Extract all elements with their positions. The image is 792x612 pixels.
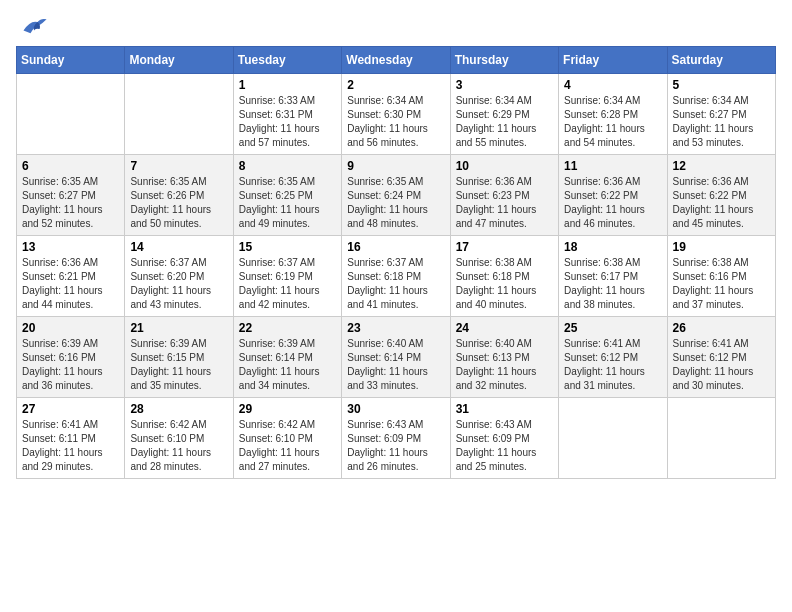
day-number: 13 bbox=[22, 240, 119, 254]
calendar-cell: 17Sunrise: 6:38 AMSunset: 6:18 PMDayligh… bbox=[450, 236, 558, 317]
day-number: 21 bbox=[130, 321, 227, 335]
calendar-cell: 19Sunrise: 6:38 AMSunset: 6:16 PMDayligh… bbox=[667, 236, 775, 317]
calendar-cell bbox=[125, 74, 233, 155]
day-number: 9 bbox=[347, 159, 444, 173]
calendar-cell: 24Sunrise: 6:40 AMSunset: 6:13 PMDayligh… bbox=[450, 317, 558, 398]
calendar-cell: 4Sunrise: 6:34 AMSunset: 6:28 PMDaylight… bbox=[559, 74, 667, 155]
day-info: Sunrise: 6:34 AMSunset: 6:28 PMDaylight:… bbox=[564, 94, 661, 150]
calendar-cell: 18Sunrise: 6:38 AMSunset: 6:17 PMDayligh… bbox=[559, 236, 667, 317]
calendar-cell bbox=[17, 74, 125, 155]
day-info: Sunrise: 6:34 AMSunset: 6:30 PMDaylight:… bbox=[347, 94, 444, 150]
calendar-cell: 1Sunrise: 6:33 AMSunset: 6:31 PMDaylight… bbox=[233, 74, 341, 155]
day-info: Sunrise: 6:40 AMSunset: 6:13 PMDaylight:… bbox=[456, 337, 553, 393]
calendar-cell: 5Sunrise: 6:34 AMSunset: 6:27 PMDaylight… bbox=[667, 74, 775, 155]
day-info: Sunrise: 6:41 AMSunset: 6:12 PMDaylight:… bbox=[564, 337, 661, 393]
day-number: 12 bbox=[673, 159, 770, 173]
day-info: Sunrise: 6:36 AMSunset: 6:23 PMDaylight:… bbox=[456, 175, 553, 231]
calendar-cell bbox=[667, 398, 775, 479]
day-number: 19 bbox=[673, 240, 770, 254]
day-number: 10 bbox=[456, 159, 553, 173]
day-info: Sunrise: 6:36 AMSunset: 6:21 PMDaylight:… bbox=[22, 256, 119, 312]
weekday-row: SundayMondayTuesdayWednesdayThursdayFrid… bbox=[17, 47, 776, 74]
calendar-cell: 29Sunrise: 6:42 AMSunset: 6:10 PMDayligh… bbox=[233, 398, 341, 479]
day-number: 5 bbox=[673, 78, 770, 92]
calendar-cell: 28Sunrise: 6:42 AMSunset: 6:10 PMDayligh… bbox=[125, 398, 233, 479]
page-header bbox=[16, 16, 776, 38]
day-info: Sunrise: 6:41 AMSunset: 6:12 PMDaylight:… bbox=[673, 337, 770, 393]
day-number: 31 bbox=[456, 402, 553, 416]
logo bbox=[16, 16, 48, 38]
weekday-header-sunday: Sunday bbox=[17, 47, 125, 74]
day-info: Sunrise: 6:37 AMSunset: 6:20 PMDaylight:… bbox=[130, 256, 227, 312]
day-info: Sunrise: 6:36 AMSunset: 6:22 PMDaylight:… bbox=[673, 175, 770, 231]
day-number: 29 bbox=[239, 402, 336, 416]
calendar-cell: 8Sunrise: 6:35 AMSunset: 6:25 PMDaylight… bbox=[233, 155, 341, 236]
weekday-header-tuesday: Tuesday bbox=[233, 47, 341, 74]
calendar-cell: 2Sunrise: 6:34 AMSunset: 6:30 PMDaylight… bbox=[342, 74, 450, 155]
day-info: Sunrise: 6:35 AMSunset: 6:25 PMDaylight:… bbox=[239, 175, 336, 231]
day-number: 30 bbox=[347, 402, 444, 416]
day-info: Sunrise: 6:39 AMSunset: 6:16 PMDaylight:… bbox=[22, 337, 119, 393]
calendar-cell: 13Sunrise: 6:36 AMSunset: 6:21 PMDayligh… bbox=[17, 236, 125, 317]
calendar-cell: 16Sunrise: 6:37 AMSunset: 6:18 PMDayligh… bbox=[342, 236, 450, 317]
day-number: 3 bbox=[456, 78, 553, 92]
day-number: 16 bbox=[347, 240, 444, 254]
calendar-cell: 12Sunrise: 6:36 AMSunset: 6:22 PMDayligh… bbox=[667, 155, 775, 236]
calendar-cell: 21Sunrise: 6:39 AMSunset: 6:15 PMDayligh… bbox=[125, 317, 233, 398]
day-info: Sunrise: 6:39 AMSunset: 6:15 PMDaylight:… bbox=[130, 337, 227, 393]
calendar-cell: 14Sunrise: 6:37 AMSunset: 6:20 PMDayligh… bbox=[125, 236, 233, 317]
day-number: 20 bbox=[22, 321, 119, 335]
weekday-header-monday: Monday bbox=[125, 47, 233, 74]
day-number: 22 bbox=[239, 321, 336, 335]
calendar-week-2: 6Sunrise: 6:35 AMSunset: 6:27 PMDaylight… bbox=[17, 155, 776, 236]
day-number: 11 bbox=[564, 159, 661, 173]
day-info: Sunrise: 6:34 AMSunset: 6:29 PMDaylight:… bbox=[456, 94, 553, 150]
calendar-body: 1Sunrise: 6:33 AMSunset: 6:31 PMDaylight… bbox=[17, 74, 776, 479]
calendar-cell: 30Sunrise: 6:43 AMSunset: 6:09 PMDayligh… bbox=[342, 398, 450, 479]
calendar-table: SundayMondayTuesdayWednesdayThursdayFrid… bbox=[16, 46, 776, 479]
day-info: Sunrise: 6:35 AMSunset: 6:24 PMDaylight:… bbox=[347, 175, 444, 231]
day-info: Sunrise: 6:41 AMSunset: 6:11 PMDaylight:… bbox=[22, 418, 119, 474]
day-number: 1 bbox=[239, 78, 336, 92]
calendar-week-5: 27Sunrise: 6:41 AMSunset: 6:11 PMDayligh… bbox=[17, 398, 776, 479]
weekday-header-friday: Friday bbox=[559, 47, 667, 74]
day-info: Sunrise: 6:43 AMSunset: 6:09 PMDaylight:… bbox=[456, 418, 553, 474]
day-info: Sunrise: 6:38 AMSunset: 6:16 PMDaylight:… bbox=[673, 256, 770, 312]
day-info: Sunrise: 6:37 AMSunset: 6:18 PMDaylight:… bbox=[347, 256, 444, 312]
day-info: Sunrise: 6:33 AMSunset: 6:31 PMDaylight:… bbox=[239, 94, 336, 150]
calendar-cell: 9Sunrise: 6:35 AMSunset: 6:24 PMDaylight… bbox=[342, 155, 450, 236]
weekday-header-saturday: Saturday bbox=[667, 47, 775, 74]
day-number: 28 bbox=[130, 402, 227, 416]
day-info: Sunrise: 6:38 AMSunset: 6:18 PMDaylight:… bbox=[456, 256, 553, 312]
day-info: Sunrise: 6:35 AMSunset: 6:27 PMDaylight:… bbox=[22, 175, 119, 231]
day-number: 17 bbox=[456, 240, 553, 254]
calendar-week-4: 20Sunrise: 6:39 AMSunset: 6:16 PMDayligh… bbox=[17, 317, 776, 398]
day-number: 8 bbox=[239, 159, 336, 173]
day-info: Sunrise: 6:42 AMSunset: 6:10 PMDaylight:… bbox=[130, 418, 227, 474]
weekday-header-wednesday: Wednesday bbox=[342, 47, 450, 74]
calendar-cell: 27Sunrise: 6:41 AMSunset: 6:11 PMDayligh… bbox=[17, 398, 125, 479]
weekday-header-thursday: Thursday bbox=[450, 47, 558, 74]
day-number: 27 bbox=[22, 402, 119, 416]
calendar-cell bbox=[559, 398, 667, 479]
calendar-header: SundayMondayTuesdayWednesdayThursdayFrid… bbox=[17, 47, 776, 74]
logo-bird-icon bbox=[20, 16, 48, 38]
calendar-cell: 7Sunrise: 6:35 AMSunset: 6:26 PMDaylight… bbox=[125, 155, 233, 236]
calendar-cell: 20Sunrise: 6:39 AMSunset: 6:16 PMDayligh… bbox=[17, 317, 125, 398]
day-number: 14 bbox=[130, 240, 227, 254]
day-info: Sunrise: 6:40 AMSunset: 6:14 PMDaylight:… bbox=[347, 337, 444, 393]
day-number: 2 bbox=[347, 78, 444, 92]
day-info: Sunrise: 6:39 AMSunset: 6:14 PMDaylight:… bbox=[239, 337, 336, 393]
calendar-week-3: 13Sunrise: 6:36 AMSunset: 6:21 PMDayligh… bbox=[17, 236, 776, 317]
day-info: Sunrise: 6:36 AMSunset: 6:22 PMDaylight:… bbox=[564, 175, 661, 231]
calendar-cell: 22Sunrise: 6:39 AMSunset: 6:14 PMDayligh… bbox=[233, 317, 341, 398]
day-info: Sunrise: 6:38 AMSunset: 6:17 PMDaylight:… bbox=[564, 256, 661, 312]
day-info: Sunrise: 6:37 AMSunset: 6:19 PMDaylight:… bbox=[239, 256, 336, 312]
day-info: Sunrise: 6:35 AMSunset: 6:26 PMDaylight:… bbox=[130, 175, 227, 231]
calendar-week-1: 1Sunrise: 6:33 AMSunset: 6:31 PMDaylight… bbox=[17, 74, 776, 155]
calendar-cell: 6Sunrise: 6:35 AMSunset: 6:27 PMDaylight… bbox=[17, 155, 125, 236]
day-number: 6 bbox=[22, 159, 119, 173]
day-info: Sunrise: 6:43 AMSunset: 6:09 PMDaylight:… bbox=[347, 418, 444, 474]
calendar-cell: 3Sunrise: 6:34 AMSunset: 6:29 PMDaylight… bbox=[450, 74, 558, 155]
day-number: 15 bbox=[239, 240, 336, 254]
